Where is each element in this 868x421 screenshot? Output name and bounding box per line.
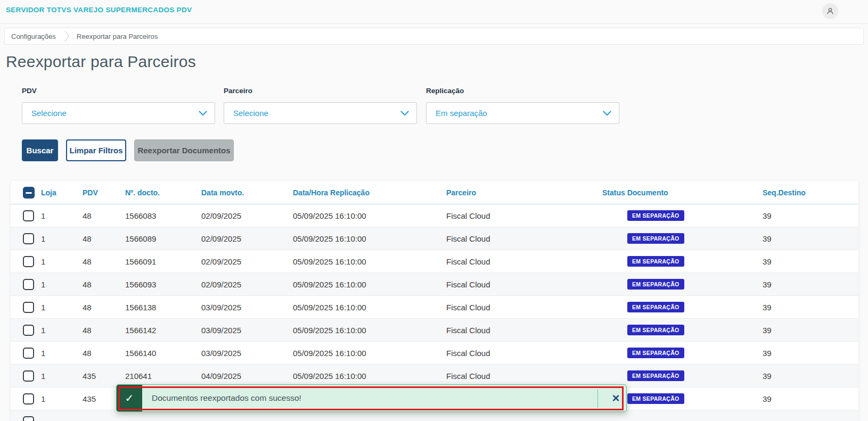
cell-seq: 39 xyxy=(763,227,858,250)
top-bar: SERVIDOR TOTVS VAREJO SUPERMERCADOS PDV xyxy=(0,0,868,24)
column-header[interactable]: Data movto. xyxy=(201,181,293,204)
status-badge: EM SEPARAÇÃO xyxy=(627,233,684,244)
row-checkbox[interactable] xyxy=(23,348,34,359)
cell-movto: 02/09/2025 xyxy=(201,227,293,250)
row-checkbox[interactable] xyxy=(23,210,34,221)
table-row: 148156609302/09/202505/09/2025 16:10:00F… xyxy=(11,273,858,296)
chevron-down-icon xyxy=(400,111,409,116)
replicacao-select[interactable]: Em separação xyxy=(426,102,619,124)
toast-close-button[interactable]: × xyxy=(604,385,627,411)
column-header[interactable]: Seq.Destino xyxy=(763,181,858,204)
status-badge: EM SEPARAÇÃO xyxy=(627,302,684,312)
user-avatar[interactable] xyxy=(822,3,838,19)
cell-movto: 03/09/2025 xyxy=(201,342,293,365)
replicacao-select-value: Em separação xyxy=(436,109,603,118)
cell-movto: 02/09/2025 xyxy=(201,250,293,273)
cell-status: EM SEPARAÇÃO xyxy=(602,273,763,296)
cell-pdv: 48 xyxy=(83,250,125,273)
table-row: 148156613803/09/202505/09/2025 16:10:00F… xyxy=(11,296,858,319)
column-header[interactable]: Loja xyxy=(41,181,83,204)
pdv-select[interactable]: Selecione xyxy=(22,102,215,124)
cell-seq: 39 xyxy=(763,273,858,296)
status-badge: EM SEPARAÇÃO xyxy=(627,370,684,381)
cell-replicacao xyxy=(293,410,446,421)
row-checkbox[interactable] xyxy=(23,325,34,336)
row-checkbox[interactable] xyxy=(23,302,34,313)
column-header[interactable]: Nº. docto. xyxy=(125,181,201,204)
cell-loja: 1 xyxy=(41,273,83,296)
cell-movto: 03/09/2025 xyxy=(201,296,293,319)
cell-seq: 39 xyxy=(763,296,858,319)
column-header[interactable]: Status Documento xyxy=(602,181,763,204)
checkbox-cell xyxy=(11,365,41,387)
buscar-button[interactable]: Buscar xyxy=(22,139,58,161)
replicacao-field: Replicação Em separação xyxy=(426,87,619,124)
parceiro-select-value: Selecione xyxy=(233,109,400,118)
replicacao-label: Replicação xyxy=(426,87,619,95)
table-row: 148156614003/09/202505/09/2025 16:10:00F… xyxy=(11,342,858,365)
select-all-checkbox[interactable] xyxy=(23,187,35,199)
column-header[interactable]: Parceiro xyxy=(446,181,602,204)
column-header[interactable]: Data/Hora Replicação xyxy=(293,181,446,204)
table-row xyxy=(11,410,858,421)
column-header[interactable]: PDV xyxy=(83,181,125,204)
cell-status: EM SEPARAÇÃO xyxy=(602,204,763,227)
chevron-down-icon xyxy=(603,111,611,116)
reexportar-documentos-button: Reexportar Documentos xyxy=(134,139,234,161)
cell-seq: 39 xyxy=(763,387,858,410)
cell-status: EM SEPARAÇÃO xyxy=(602,227,763,250)
cell-pdv xyxy=(83,410,125,421)
row-checkbox[interactable] xyxy=(23,279,34,290)
cell-pdv: 48 xyxy=(83,319,125,342)
checkbox-cell xyxy=(11,387,41,410)
cell-pdv: 48 xyxy=(83,273,125,296)
breadcrumb-item-configuracoes[interactable]: Configurações xyxy=(11,32,56,40)
column-header-label: Seq.Destino xyxy=(763,188,806,197)
breadcrumb-separator-icon xyxy=(64,30,69,42)
cell-loja: 1 xyxy=(41,296,83,319)
cell-parceiro: Fiscal Cloud xyxy=(446,250,602,273)
checkbox-cell xyxy=(11,296,41,319)
row-checkbox[interactable] xyxy=(23,256,34,267)
checkbox-cell xyxy=(11,319,41,342)
cell-parceiro: Fiscal Cloud xyxy=(446,273,602,296)
breadcrumb: Configurações Reexportar para Parceiros xyxy=(4,28,864,45)
success-toast: ✓ Documentos reexportados com sucesso! × xyxy=(116,384,627,412)
cell-status: EM SEPARAÇÃO xyxy=(602,342,763,365)
cell-parceiro: Fiscal Cloud xyxy=(446,342,602,365)
cell-parceiro: Fiscal Cloud xyxy=(446,204,602,227)
cell-parceiro: Fiscal Cloud xyxy=(446,319,602,342)
column-header-label: Status Documento xyxy=(602,188,668,197)
cell-movto: 02/09/2025 xyxy=(201,204,293,227)
row-checkbox[interactable] xyxy=(23,370,34,382)
row-checkbox[interactable] xyxy=(23,393,34,405)
cell-docto: 1566093 xyxy=(125,273,201,296)
pdv-label: PDV xyxy=(22,87,215,95)
cell-loja xyxy=(41,410,83,421)
checkbox-cell xyxy=(11,342,41,365)
cell-replicacao: 05/09/2025 16:10:00 xyxy=(293,319,446,342)
cell-seq: 39 xyxy=(763,342,858,365)
status-badge: EM SEPARAÇÃO xyxy=(627,393,684,404)
cell-pdv: 48 xyxy=(83,227,125,250)
cell-loja: 1 xyxy=(41,227,83,250)
cell-loja: 1 xyxy=(41,250,83,273)
checkbox-cell xyxy=(11,227,41,250)
cell-status xyxy=(602,410,763,421)
row-checkbox[interactable] xyxy=(23,416,34,421)
column-header-label: Data/Hora Replicação xyxy=(293,188,370,197)
checkbox-cell xyxy=(11,250,41,273)
status-badge: EM SEPARAÇÃO xyxy=(627,279,684,290)
limpar-filtros-button[interactable]: Limpar Filtros xyxy=(66,139,126,161)
row-checkbox[interactable] xyxy=(23,233,34,244)
cell-status: EM SEPARAÇÃO xyxy=(602,296,763,319)
pdv-select-value: Selecione xyxy=(31,109,199,118)
table-row: 148156608902/09/202505/09/2025 16:10:00F… xyxy=(11,227,858,250)
table-row: 148156608302/09/202505/09/2025 16:10:00F… xyxy=(11,204,858,227)
parceiro-select[interactable]: Selecione xyxy=(224,102,417,124)
table-row: 148156614203/09/202505/09/2025 16:10:00F… xyxy=(11,319,858,342)
status-badge: EM SEPARAÇÃO xyxy=(627,348,684,358)
cell-parceiro xyxy=(446,410,602,421)
cell-status: EM SEPARAÇÃO xyxy=(602,365,763,387)
cell-pdv: 48 xyxy=(83,296,125,319)
